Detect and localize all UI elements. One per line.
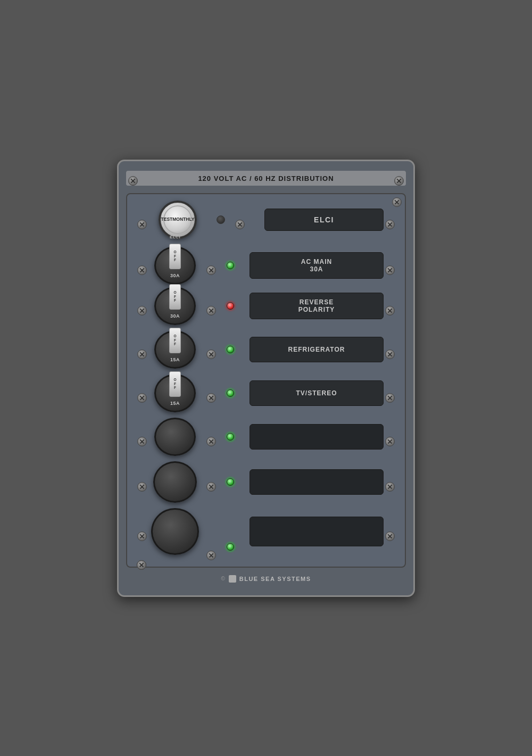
fridge-mid-screw bbox=[206, 350, 216, 359]
row-reverse-polarity: OFF 30A REVERSEPOLARITY bbox=[136, 287, 396, 325]
rp-mid-screw bbox=[206, 306, 216, 315]
elci-label-col: ELCI bbox=[254, 209, 384, 231]
fridge-right-screw bbox=[385, 350, 395, 359]
blank1-label bbox=[250, 424, 384, 450]
reverse-polarity-label: REVERSEPOLARITY bbox=[250, 293, 384, 319]
rp-led bbox=[227, 302, 234, 310]
ac-main-label: AC MAIN30A bbox=[250, 252, 384, 279]
reverse-polarity-breaker[interactable]: OFF 30A bbox=[154, 287, 196, 325]
brand-name: BLUE SEA SYSTEMS bbox=[239, 576, 311, 582]
row-ac-main: ELCI OFF 30A AC MA bbox=[136, 246, 396, 285]
refrigerator-breaker[interactable]: OFF 15A bbox=[154, 330, 196, 369]
row-blank-3 bbox=[136, 508, 396, 555]
tv-stereo-label: TV/STEREO bbox=[250, 380, 384, 406]
fridge-left-screw bbox=[137, 350, 147, 359]
elci-dark-indicator bbox=[217, 215, 225, 224]
elci-row-right-screw bbox=[385, 220, 395, 229]
blank3-led bbox=[227, 543, 234, 551]
ac-main-breaker-handle[interactable]: OFF bbox=[169, 244, 181, 269]
blank3-left-screw bbox=[137, 531, 147, 541]
ac-main-breaker-body: OFF 30A bbox=[154, 246, 196, 285]
blank2-left-screw bbox=[137, 482, 147, 492]
row-tv-stereo: OFF 15A TV/STEREO bbox=[136, 374, 396, 412]
blank2-mid-screw bbox=[206, 482, 216, 492]
blank1-push-button[interactable] bbox=[154, 418, 196, 456]
elci-row-mid-screw bbox=[235, 220, 245, 229]
blank1-right-screw bbox=[385, 437, 395, 446]
ac-main-mid-screw bbox=[206, 265, 216, 275]
elci-test-row: TEST MONTHLY ELCI bbox=[136, 201, 396, 239]
ac-main-left-screw bbox=[137, 265, 147, 275]
blank3-label bbox=[250, 517, 384, 546]
row-blank-2 bbox=[136, 461, 396, 503]
blank3-push-button[interactable] bbox=[151, 508, 199, 555]
tv-stereo-breaker[interactable]: OFF 15A bbox=[154, 374, 196, 412]
rp-breaker-handle[interactable]: OFF bbox=[169, 284, 181, 310]
blank1-mid-screw bbox=[206, 437, 216, 446]
corner-screw-tl bbox=[128, 176, 138, 186]
ac-main-right-screw bbox=[385, 265, 395, 275]
fridge-led bbox=[227, 346, 234, 353]
test-monthly-button[interactable]: TEST MONTHLY bbox=[159, 201, 197, 239]
test-button-label: TEST MONTHLY bbox=[163, 205, 192, 234]
row-refrigerator: OFF 15A REFRIGERATOR bbox=[136, 330, 396, 369]
content-area: TEST MONTHLY ELCI bbox=[126, 193, 406, 568]
blank1-left-screw bbox=[137, 437, 147, 446]
distribution-panel: 120 VOLT AC / 60 HZ DISTRIBUTION TEST MO… bbox=[117, 160, 415, 597]
elci-breaker-label: ELCI bbox=[170, 235, 180, 239]
tv-led bbox=[227, 389, 234, 397]
rp-left-screw bbox=[137, 306, 147, 315]
panel-title: 120 VOLT AC / 60 HZ DISTRIBUTION bbox=[198, 175, 334, 182]
blank2-push-button[interactable] bbox=[153, 461, 197, 503]
blank2-label bbox=[250, 469, 384, 495]
test-button-wrap: TEST MONTHLY bbox=[148, 201, 207, 239]
brand-bar: © BLUE SEA SYSTEMS bbox=[126, 575, 406, 583]
elci-row-left-screw bbox=[137, 220, 147, 229]
tv-right-screw bbox=[385, 393, 395, 403]
content-bottom-right-screw bbox=[137, 560, 146, 570]
tv-left-screw bbox=[137, 393, 147, 403]
svg-rect-0 bbox=[229, 575, 236, 583]
refrigerator-label: REFRIGERATOR bbox=[250, 337, 384, 362]
ac-main-breaker[interactable]: OFF 30A bbox=[154, 246, 196, 285]
elci-label-button[interactable]: ELCI bbox=[264, 209, 384, 231]
rp-right-screw bbox=[385, 306, 395, 315]
blank2-right-screw bbox=[385, 482, 395, 492]
panel-title-bar: 120 VOLT AC / 60 HZ DISTRIBUTION bbox=[126, 171, 406, 186]
blank2-led bbox=[227, 478, 234, 486]
blank1-led bbox=[227, 433, 234, 441]
blank3-right-screw bbox=[385, 531, 395, 541]
ac-main-led bbox=[227, 262, 234, 269]
row-blank-1 bbox=[136, 418, 396, 456]
tv-mid-screw bbox=[206, 393, 216, 403]
brand-icon bbox=[229, 575, 236, 583]
blank3-mid-screw bbox=[206, 551, 216, 560]
rp-breaker-body: OFF 30A bbox=[154, 287, 196, 325]
corner-screw-tr bbox=[394, 176, 404, 186]
